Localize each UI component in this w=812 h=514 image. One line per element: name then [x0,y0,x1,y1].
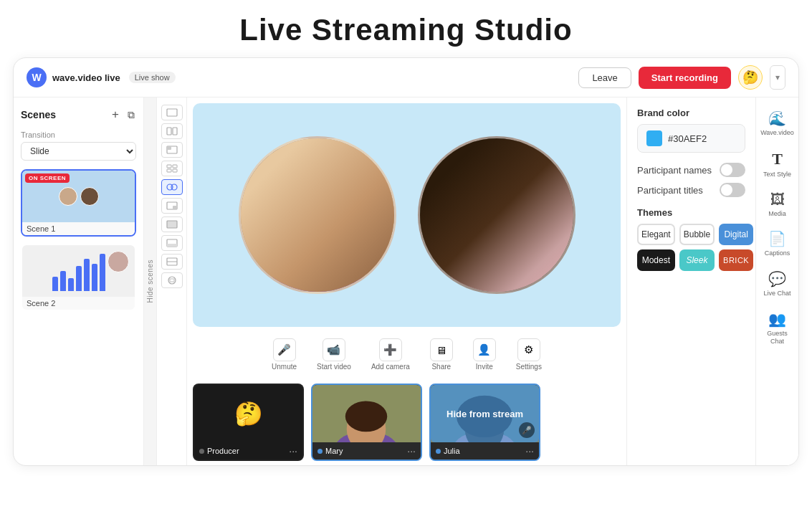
layout-pip-bottom-right[interactable] [161,198,183,214]
julia-footer: Julia ··· [431,442,539,460]
wave-logo-icon: W [27,67,47,87]
start-recording-button[interactable]: Start recording [639,67,731,89]
producer-emoji: 🤔 [234,400,263,427]
layout-single[interactable] [161,105,183,120]
live-chat-icon-btn[interactable]: 💬 Live Chat [760,265,795,303]
color-row[interactable]: #30AEF2 [637,124,745,153]
layout-option-9[interactable] [161,254,183,270]
participant-julia[interactable]: Hide from stream 🎤 Julia ··· [429,384,540,461]
text-style-icon-btn[interactable]: T Text Style [760,145,795,184]
controls-bar: 🎤 Unmute 📹 Start video ➕ Add camera 🖥 Sh… [193,333,621,376]
person1-svg [241,138,394,292]
layout-full[interactable] [161,216,183,232]
theme-digital[interactable]: Digital [719,224,753,245]
julia-options[interactable]: ··· [525,445,534,457]
toggles-section: Participant names Participant titles [637,163,745,197]
scene-card-2[interactable]: Scene 2 [21,244,136,311]
layout-split[interactable] [161,123,183,139]
julia-mic-icon: 🎤 [519,422,535,438]
participant-video-julia [418,136,575,294]
mary-options[interactable]: ··· [407,445,416,457]
studio-container: W wave.video live Live show Leave Start … [13,57,799,466]
share-icon: 🖥 [430,338,453,361]
scene-1-thumbnail: ON SCREEN [22,171,135,222]
copy-scene-button[interactable]: ⧉ [126,108,136,123]
share-control[interactable]: 🖥 Share [430,338,453,371]
emoji-button[interactable]: 🤔 [738,65,763,90]
media-icon-btn[interactable]: 🖼 Media [760,186,795,223]
brand-color-title: Brand color [637,108,745,118]
text-style-icon-label: Text Style [763,171,791,179]
chart-bar [60,271,66,291]
wave-video-icon-btn[interactable]: 🌊 Wave.video [760,105,795,142]
mary-thumbnail [312,385,421,442]
on-screen-badge: ON SCREEN [25,173,70,183]
person2-svg [420,138,573,292]
captions-icon-btn[interactable]: 📄 Captions [760,225,795,262]
svg-point-39 [345,401,387,432]
layout-circles[interactable] [161,179,183,195]
logo-text: wave.video live [52,72,120,83]
scenes-title: Scenes [21,109,105,120]
chart-bar [68,278,74,291]
invite-icon: 👤 [473,338,496,361]
mary-svg [312,385,421,442]
theme-sleek[interactable]: Sleek [679,249,715,271]
svg-rect-12 [173,206,177,209]
svg-rect-21 [241,138,394,215]
participant-producer[interactable]: 🤔 Producer ··· [193,384,304,461]
svg-rect-19 [170,279,174,282]
participant-titles-label: Participant titles [637,185,703,196]
theme-bubble[interactable]: Bubble [679,224,715,245]
svg-rect-4 [167,146,171,150]
julia-name: Julia [436,447,460,455]
theme-elegant[interactable]: Elegant [637,224,675,245]
transition-select[interactable]: Slide [21,142,136,161]
guests-chat-icon-btn[interactable]: 👥 Guests Chat [760,305,795,351]
theme-brick[interactable]: BRICK [719,249,753,271]
unmute-icon: 🎤 [273,338,296,361]
add-scene-button[interactable]: + [110,106,120,123]
captions-icon-label: Captions [765,249,790,257]
svg-point-10 [171,184,177,190]
main-stage-wrapper: 🎤 Unmute 📹 Start video ➕ Add camera 🖥 Sh… [157,97,626,465]
share-label: Share [431,363,451,371]
transition-label: Transition [21,130,136,139]
chart-bar [76,266,82,291]
add-camera-icon: ➕ [379,338,402,361]
layout-lower-third[interactable] [161,235,183,251]
participant-titles-toggle[interactable] [720,183,745,197]
svg-point-33 [470,212,523,271]
svg-point-24 [272,250,362,292]
participant-mary[interactable]: Mary ··· [311,384,422,461]
producer-footer: Producer ··· [194,442,302,460]
svg-rect-27 [302,228,313,235]
right-main-panel: Brand color #30AEF2 Participant names Pa… [627,97,755,465]
svg-rect-7 [167,169,171,172]
top-bar-right: Leave Start recording 🤔 ▾ [578,65,785,90]
unmute-control[interactable]: 🎤 Unmute [272,338,297,371]
chevron-down-button[interactable]: ▾ [770,65,785,90]
add-camera-control[interactable]: ➕ Add camera [371,338,410,371]
producer-options[interactable]: ··· [289,445,297,457]
scene-card-1[interactable]: ON SCREEN Scene 1 [21,169,136,237]
hide-scenes-panel[interactable]: Hide scenes [144,97,157,465]
svg-rect-0 [167,109,177,116]
add-camera-label: Add camera [371,363,410,371]
invite-control[interactable]: 👤 Invite [473,338,496,371]
settings-label: Settings [516,363,542,371]
text-style-icon: T [772,150,783,168]
scene-circle-2 [80,187,99,206]
theme-modest[interactable]: Modest [637,249,675,271]
layout-option-10[interactable] [161,272,183,288]
layout-pip-top-left[interactable] [161,142,183,158]
leave-button[interactable]: Leave [578,67,631,88]
layout-strip [157,97,187,465]
svg-rect-2 [173,128,177,135]
participant-names-toggle[interactable] [720,163,745,177]
start-video-control[interactable]: 📹 Start video [317,338,351,371]
svg-rect-5 [167,165,171,168]
settings-control[interactable]: ⚙ Settings [516,338,542,371]
brand-color-section: Brand color #30AEF2 [637,108,745,153]
layout-grid-4[interactable] [161,161,183,176]
